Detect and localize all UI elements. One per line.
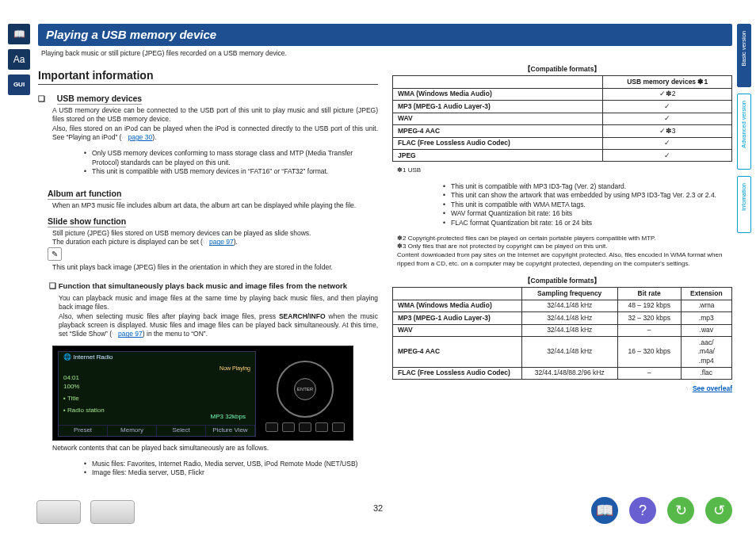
column-right: 【Compatible formats】 USB memory devices … xyxy=(392,62,732,485)
footer-right: 📖 ? ↻ ↺ xyxy=(591,497,732,524)
footer: 32 📖 ? ↻ ↺ xyxy=(0,492,756,529)
table-row: MPEG-4 AAC32/44.1/48 kHz16 – 320 kbps.aa… xyxy=(393,337,732,367)
tab-advanced[interactable]: Advanced version xyxy=(737,94,751,170)
table-row: JPEG✓ xyxy=(393,150,732,162)
table-row: WAV32/44.1/48 kHz–.wav xyxy=(393,324,732,336)
slide-p2: The duration each picture is displayed c… xyxy=(52,238,378,246)
footer-book-button[interactable]: 📖 xyxy=(591,497,618,524)
see-overleaf[interactable]: ☞See overleaf xyxy=(686,384,732,393)
slide-p1: Still picture (JPEG) files stored on USB… xyxy=(52,229,378,238)
h-important: Important information xyxy=(38,68,378,85)
link-page-97-a[interactable]: page 97 xyxy=(209,238,234,246)
page-title: Playing a USB memory device xyxy=(38,24,732,46)
h-slide-show: Slide show function xyxy=(48,216,126,227)
usb-p2: Also, files stored on an iPod can be pla… xyxy=(52,124,378,143)
tab-information-label: Infomation xyxy=(740,183,748,211)
usb-b1: Only USB memory devices conforming to ma… xyxy=(84,149,378,167)
tbl1-caption: 【Compatible formats】 xyxy=(392,65,732,74)
thumb-front-panel[interactable] xyxy=(36,500,81,524)
table-row: WMA (Windows Media Audio)32/44.1/48 kHz4… xyxy=(393,300,732,311)
table-row: MP3 (MPEG-1 Audio Layer-3)✓ xyxy=(393,101,732,113)
toc-icon[interactable]: 📖 xyxy=(8,24,30,44)
content: Playing a USB memory device Playing back… xyxy=(38,24,732,487)
usb-b2: This unit is compatible with USB memory … xyxy=(84,167,378,176)
link-page-30[interactable]: page 30 xyxy=(128,133,152,141)
link-page-97-b[interactable]: page 97 xyxy=(118,330,143,338)
album-p: When an MP3 music file includes album ar… xyxy=(52,201,378,210)
player-screenshot: 🌐 Internet Radio Now Playing 04:01 100% … xyxy=(52,346,353,441)
footer-left xyxy=(36,500,135,524)
tab-information[interactable]: Infomation xyxy=(737,176,751,233)
gui-icon[interactable]: GUI xyxy=(8,75,30,95)
compat-table-2: Sampling frequency Bit rate Extension WM… xyxy=(392,287,732,380)
compat-table-1: USB memory devices ✽1 WMA (Windows Media… xyxy=(392,75,732,162)
page-number: 32 xyxy=(373,503,383,514)
table-row: WAV✓ xyxy=(393,113,732,124)
note-3: ✽3 Only files that are not protected by … xyxy=(397,243,732,268)
note-2: ✽2 Copyright-protected files can be play… xyxy=(397,235,732,243)
note-1-lead: ✽1 USB xyxy=(397,166,732,175)
after-player-p: Network contents that can be played back… xyxy=(52,444,378,453)
note-1-list: This unit is compatible with MP3 ID3-Tag… xyxy=(411,182,732,227)
tab-basic[interactable]: Basic version xyxy=(737,24,751,87)
usb-p1: A USB memory device can be connected to … xyxy=(52,106,378,124)
player-remote-pad: ENTER xyxy=(265,356,345,432)
thumb-rear-panel[interactable] xyxy=(90,500,135,524)
pencil-icon: ✎ xyxy=(48,247,62,262)
func-p1: You can playback music and image files a… xyxy=(59,294,378,312)
table-row: FLAC (Free Lossless Audio Codec)✓ xyxy=(393,137,732,149)
usb-bullets: Only USB memory devices conforming to ma… xyxy=(52,149,378,176)
after-player-bullets: Music files: Favorites, Internet Radio, … xyxy=(52,460,378,478)
page: 📖 Aa GUI Basic version Advanced version … xyxy=(0,0,756,535)
tbl2-caption: 【Compatible formats】 xyxy=(392,277,732,285)
h-usb-memory-devices: USB memory devices xyxy=(57,93,142,105)
table-row: MPEG-4 AAC✓✽3 xyxy=(393,125,732,137)
func-p2: Also, when selecting music files after p… xyxy=(59,312,378,339)
tab-basic-label: Basic version xyxy=(740,31,748,67)
glossary-icon[interactable]: Aa xyxy=(8,49,30,70)
player-lcd: 🌐 Internet Radio Now Playing 04:01 100% … xyxy=(58,351,256,437)
tab-advanced-label: Advanced version xyxy=(740,101,748,148)
footer-back-button[interactable]: ↻ xyxy=(667,497,694,524)
footer-help-button[interactable]: ? xyxy=(629,497,656,524)
table-row: FLAC (Free Lossless Audio Codec)32/44.1/… xyxy=(393,367,732,379)
column-left: Important information ❏ USB memory devic… xyxy=(38,62,378,485)
table-row: WMA (Windows Media Audio)✓✽2 xyxy=(393,88,732,100)
left-rail: 📖 Aa GUI xyxy=(8,24,32,95)
page-subtitle: Playing back music or still picture (JPE… xyxy=(41,49,732,58)
h-simul-function: Function that simultaneously plays back … xyxy=(59,281,347,290)
h-album-art: Album art function xyxy=(48,188,121,200)
pencil-note: This unit plays back image (JPEG) files … xyxy=(52,263,378,272)
footer-forward-button[interactable]: ↺ xyxy=(705,497,732,524)
table-row: MP3 (MPEG-1 Audio Layer-3)32/44.1/48 kHz… xyxy=(393,312,732,324)
